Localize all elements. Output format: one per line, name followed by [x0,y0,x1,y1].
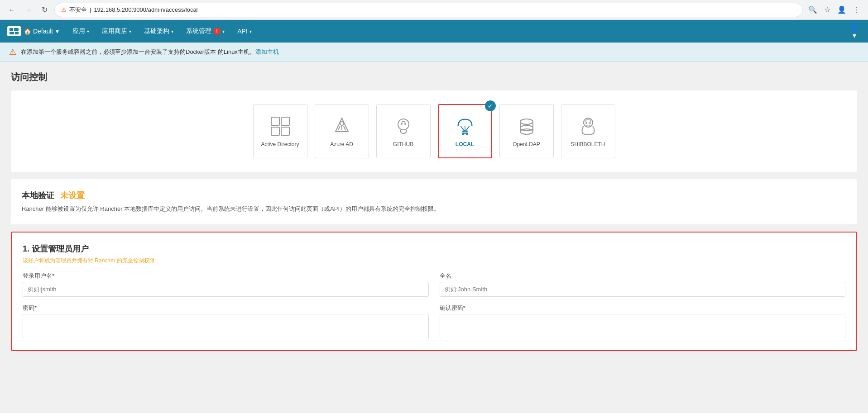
confirm-password-input[interactable] [440,314,846,339]
main-content: 访问控制 Active Directory [0,62,868,413]
setup-hint: 该账户将成为管理员并拥有对 Rancher 的完全控制权限 [23,257,845,265]
auth-description: Rancher 能够被设置为仅允许 Rancher 本地数据库中定义的用户访问。… [22,204,846,214]
menu-button[interactable]: ⋮ [850,4,863,16]
openldap-label: OpenLDAP [513,141,540,147]
selected-checkmark: ✓ [485,100,496,111]
svg-point-23 [466,133,468,135]
setup-card: 1. 设置管理员用户 该账户将成为管理员并拥有对 Rancher 的完全控制权限… [11,232,857,351]
nav-item-api[interactable]: API ▾ [231,20,258,43]
appstore-chevron: ▾ [129,29,131,34]
auth-title: 本地验证 未设置 [22,190,846,201]
infra-chevron: ▾ [171,29,173,34]
fullname-label: 全名 [440,272,846,280]
nav-item-infra[interactable]: 基础架构 ▾ [138,20,180,43]
fullname-group: 全名 [440,272,846,297]
svg-rect-2 [10,32,14,34]
auth-info-card: 本地验证 未设置 Rancher 能够被设置为仅允许 Rancher 本地数据库… [11,179,857,224]
openldap-icon [515,115,538,138]
security-warning-icon: ⚠ [61,6,67,13]
svg-rect-0 [10,28,13,31]
svg-rect-7 [281,127,289,135]
api-chevron: ▾ [249,29,252,34]
address-bar[interactable]: ⚠ 不安全 | 192.168.5.200:9000/admin/access/… [54,3,803,17]
username-group: 登录用户名* [23,272,429,297]
provider-azure-ad[interactable]: Azure AD [315,104,369,158]
azure-ad-icon [331,115,353,138]
warning-triangle-icon: ⚠ [9,47,16,57]
github-icon [392,115,415,138]
apps-chevron: ▾ [87,29,89,34]
svg-point-9 [340,122,344,125]
svg-point-22 [462,133,464,135]
profile-button[interactable]: 👤 [835,4,848,16]
provider-shibboleth[interactable]: SHIBBOLETH [561,104,615,158]
svg-rect-6 [271,127,279,135]
username-input[interactable] [23,282,429,297]
password-input[interactable] [23,314,429,339]
reload-button[interactable]: ↻ [38,4,51,16]
github-label: GITHUB [393,141,413,147]
system-chevron: ▾ [222,29,225,34]
azure-ad-label: Azure AD [330,141,353,147]
svg-point-15 [404,123,406,125]
nav-item-appstore[interactable]: 应用商店 ▾ [96,20,138,43]
svg-point-30 [520,129,533,134]
page-title: 访问控制 [11,71,857,83]
auth-providers-card: Active Directory Azure AD [11,90,857,172]
shibboleth-label: SHIBBOLETH [571,141,605,147]
provider-local[interactable]: ✓ LOCAL [438,104,492,158]
svg-rect-3 [15,32,19,34]
confirm-password-label: 确认密码* [440,304,846,312]
svg-point-32 [585,122,587,124]
local-icon [454,115,476,138]
username-label: 登录用户名* [23,272,429,280]
browser-actions: 🔍 ☆ 👤 ⋮ [806,4,863,16]
password-group: 密码* [23,304,429,339]
nav-logo[interactable]: 🏠 Default ▾ [7,26,59,36]
add-host-link[interactable]: 添加主机 [255,48,279,55]
svg-line-11 [344,126,345,130]
forward-button[interactable]: → [22,4,34,16]
warning-text: 在添加第一个服务或容器之前，必须至少添加一台安装了支持的Docker版本 的Li… [21,48,279,56]
system-alert-dot: ! [213,28,221,35]
nav-item-apps[interactable]: 应用 ▾ [66,20,96,43]
local-label: LOCAL [456,141,474,147]
svg-point-14 [401,123,403,125]
url-separator: | [90,6,91,13]
nav-item-system[interactable]: 系统管理 ! ▾ [180,20,231,43]
fullname-input[interactable] [440,282,846,297]
bookmark-button[interactable]: ☆ [821,4,834,16]
active-directory-icon [269,115,292,138]
setup-form: 登录用户名* 全名 密码* 确认密码* [23,272,845,339]
back-button[interactable]: ← [5,4,18,16]
url-text: 192.168.5.200:9000/admin/access/local [94,6,197,13]
nav-right: 👤 ▾ [848,25,861,38]
logo-icon [7,26,21,36]
svg-line-10 [338,126,340,130]
provider-openldap[interactable]: OpenLDAP [499,104,554,158]
provider-active-directory[interactable]: Active Directory [253,104,307,158]
active-directory-label: Active Directory [261,141,299,147]
user-menu-button[interactable]: 👤 ▾ [848,25,861,38]
setup-title: 1. 设置管理员用户 [23,243,845,254]
svg-point-13 [398,119,409,130]
provider-github[interactable]: GITHUB [376,104,431,158]
password-label: 密码* [23,304,429,312]
confirm-password-group: 确认密码* [440,304,846,339]
security-warning-text: 不安全 [69,6,87,14]
shibboleth-icon [577,115,599,138]
svg-point-33 [589,122,591,124]
logo-chevron: ▾ [56,28,59,35]
top-nav: 🏠 Default ▾ 应用 ▾ 应用商店 ▾ 基础架构 ▾ 系统管理 ! ▾ … [0,20,868,43]
svg-rect-1 [14,28,19,31]
nav-logo-label: 🏠 Default [24,28,53,35]
svg-rect-5 [281,117,289,125]
warning-banner: ⚠ 在添加第一个服务或容器之前，必须至少添加一台安装了支持的Docker版本 的… [0,43,868,62]
search-button[interactable]: 🔍 [806,4,819,16]
svg-rect-4 [271,117,279,125]
svg-point-24 [520,119,533,124]
auth-status: 未设置 [60,191,85,200]
browser-chrome: ← → ↻ ⚠ 不安全 | 192.168.5.200:9000/admin/a… [0,0,868,20]
